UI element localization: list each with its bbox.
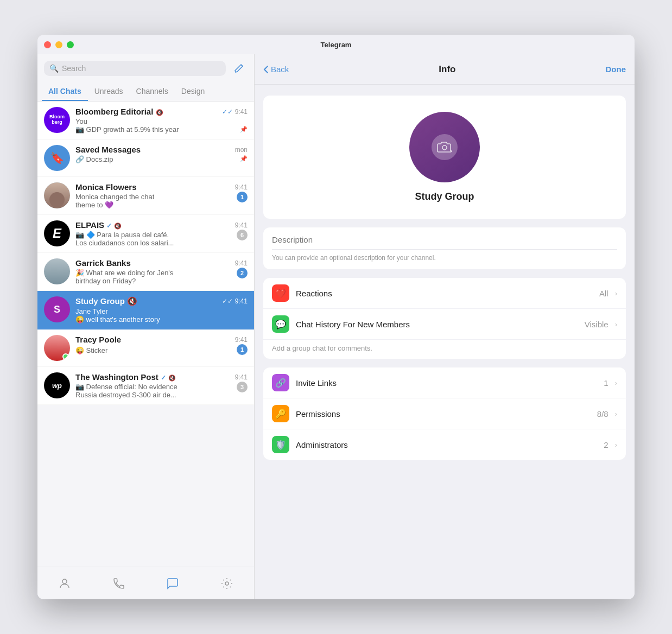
back-label: Back [271, 65, 289, 74]
list-item[interactable]: Tracy Poole 9:41 😜 Sticker 1 [37, 329, 254, 367]
chat-sub-preview: theme to 💜 [75, 201, 154, 209]
nav-profile-button[interactable] [58, 577, 71, 590]
svg-point-1 [225, 582, 229, 585]
chevron-icon: › [615, 289, 617, 297]
chat-preview: 🎉 What are we doing for Jen's [75, 269, 173, 277]
avatar: Bloomberg [44, 107, 70, 133]
permissions-value: 8/8 [597, 409, 608, 419]
nav-chats-button[interactable] [166, 577, 179, 590]
invite-links-label: Invite Links [296, 378, 597, 388]
reactions-row[interactable]: ❤️ Reactions All › [263, 278, 626, 309]
group-avatar-upload[interactable] [409, 112, 480, 182]
chat-content: Saved Messages mon 🔗 Docs.zip 📌 [75, 145, 248, 163]
administrators-row[interactable]: 🛡️ Administrators 2 › [263, 429, 626, 460]
chat-header: The Washington Post ✓ 🔇 9:41 [75, 372, 248, 382]
chat-sub-preview: 😜 well that's another story [75, 315, 248, 324]
right-panel: Back Info Done [255, 54, 635, 599]
chat-preview: Monica changed the chat [75, 193, 154, 201]
reactions-icon: ❤️ [272, 284, 289, 302]
nav-settings-button[interactable] [220, 577, 233, 590]
chevron-icon: › [615, 441, 617, 449]
right-content: You can provide an optional description … [255, 85, 635, 599]
badge: 1 [237, 344, 248, 355]
invite-links-row[interactable]: 🔗 Invite Links 1 › [263, 367, 626, 398]
reactions-value: All [599, 289, 608, 298]
done-button[interactable]: Done [605, 65, 626, 74]
chat-name: Study Group 🔇 [75, 296, 137, 306]
chevron-icon: › [615, 320, 617, 328]
list-item[interactable]: 🔖 Saved Messages mon 🔗 Docs.zip 📌 [37, 140, 254, 177]
chat-preview: Jane Tyler [75, 307, 248, 315]
nav-calls-button[interactable] [112, 577, 125, 590]
description-hint: You can provide an optional description … [272, 254, 617, 262]
settings-card-links: 🔗 Invite Links 1 › 🔑 Permissions 8/8 › 🛡… [263, 367, 626, 460]
chat-header: Monica Flowers 9:41 [75, 182, 248, 192]
bottom-nav [37, 567, 254, 599]
avatar: S [44, 296, 70, 322]
chat-preview: 📷 🔷 Para la pausa del café. [75, 231, 174, 239]
chat-history-row[interactable]: 💬 Chat History For New Members Visible › [263, 309, 626, 340]
avatar: 🔖 [44, 145, 70, 171]
tab-all-chats[interactable]: All Chats [42, 83, 88, 101]
window-controls [44, 41, 74, 48]
invite-links-icon: 🔗 [272, 374, 289, 391]
close-button[interactable] [44, 41, 51, 48]
group-name-input[interactable] [274, 191, 615, 202]
administrators-icon: 🛡️ [272, 436, 289, 453]
badge: 6 [237, 230, 248, 240]
chevron-icon: › [615, 410, 617, 418]
chat-name: Garrick Banks [75, 258, 131, 268]
chat-header: Saved Messages mon [75, 145, 248, 154]
chat-time: 9:41 [235, 259, 248, 267]
avatar [44, 335, 70, 361]
chat-time: ✓✓ 9:41 [222, 297, 248, 305]
avatar: wp [44, 372, 70, 398]
add-group-hint: Add a group chat for comments. [263, 340, 626, 359]
chat-header: Garrick Banks 9:41 [75, 258, 248, 268]
search-input[interactable]: Search [62, 64, 86, 73]
list-item[interactable]: S Study Group 🔇 ✓✓ 9:41 Jane Tyler 😜 wel… [37, 291, 254, 329]
permissions-label: Permissions [296, 409, 591, 419]
minimize-button[interactable] [55, 41, 62, 48]
chat-content: Study Group 🔇 ✓✓ 9:41 Jane Tyler 😜 well … [75, 296, 248, 324]
chat-history-label: Chat History For New Members [296, 320, 578, 329]
list-item[interactable]: Garrick Banks 9:41 🎉 What are we doing f… [37, 253, 254, 291]
description-input[interactable] [272, 235, 617, 244]
back-button[interactable]: Back [263, 65, 289, 74]
chat-history-icon: 💬 [272, 315, 289, 333]
avatar [44, 258, 70, 284]
list-item[interactable]: wp The Washington Post ✓ 🔇 9:41 📷 Defens… [37, 367, 254, 405]
chat-time: 9:41 [235, 373, 248, 381]
pin-icon: 📌 [240, 155, 248, 162]
divider [272, 249, 617, 250]
chat-content: Tracy Poole 9:41 😜 Sticker 1 [75, 335, 248, 355]
chat-time: 9:41 [235, 336, 248, 344]
chat-content: The Washington Post ✓ 🔇 9:41 📷 Defense o… [75, 372, 248, 399]
tab-channels[interactable]: Channels [130, 83, 175, 101]
chat-content: Garrick Banks 9:41 🎉 What are we doing f… [75, 258, 248, 285]
chat-history-value: Visible [585, 320, 608, 329]
chat-preview: 😜 Sticker [75, 346, 107, 354]
chat-name: Bloomberg Editorial 🔇 [75, 107, 163, 116]
chat-name: Saved Messages [75, 145, 141, 154]
chat-time: 9:41 [235, 183, 248, 191]
tab-unreads[interactable]: Unreads [88, 83, 130, 101]
chat-name: Tracy Poole [75, 335, 121, 344]
compose-button[interactable] [230, 60, 248, 77]
avatar-section [263, 96, 626, 219]
search-icon: 🔍 [49, 64, 59, 73]
list-item[interactable]: Bloomberg Bloomberg Editorial 🔇 ✓✓ 9:41 … [37, 102, 254, 140]
maximize-button[interactable] [67, 41, 74, 48]
list-item[interactable]: Monica Flowers 9:41 Monica changed the c… [37, 177, 254, 215]
chat-time: mon [235, 146, 248, 154]
search-bar: 🔍 Search [37, 54, 254, 83]
chat-header: Tracy Poole 9:41 [75, 335, 248, 344]
chat-header: ELPAIS ✓ 🔇 9:41 [75, 220, 248, 230]
search-input-wrap[interactable]: 🔍 Search [44, 61, 226, 76]
list-item[interactable]: E ELPAIS ✓ 🔇 9:41 📷 🔷 Para la pausa del … [37, 215, 254, 253]
permissions-row[interactable]: 🔑 Permissions 8/8 › [263, 398, 626, 429]
svg-point-0 [62, 579, 67, 584]
tab-design[interactable]: Design [175, 83, 212, 101]
chat-preview: You [75, 117, 248, 125]
chat-content: Bloomberg Editorial 🔇 ✓✓ 9:41 You 📷 GDP … [75, 107, 248, 134]
